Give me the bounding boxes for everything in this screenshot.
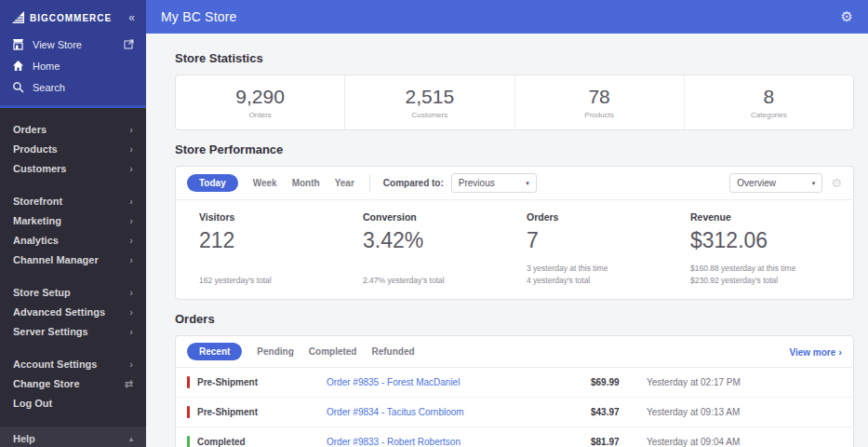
view-select[interactable]: Overview ▾ — [729, 173, 822, 193]
chevron-right-icon: › — [129, 306, 133, 318]
chevron-right-icon: › — [129, 235, 133, 247]
stat-customers: 2,515 Customers — [345, 75, 514, 129]
sidebar-item-label: Orders — [13, 124, 47, 136]
stat-value: 2,515 — [406, 87, 455, 107]
order-row: Pre-Shipment Order #9835 - Forest MacDan… — [176, 368, 853, 398]
tab-today[interactable]: Today — [187, 174, 238, 192]
sidebar-group-marketing: Storefront › Marketing › Analytics › Cha… — [0, 192, 146, 270]
app-window: BIGCOMMERCE « View Store Home — [0, 0, 868, 447]
metric-subtext: 162 yesterday's total — [199, 275, 341, 287]
header-bar: My BC Store ⚙ — [146, 0, 868, 34]
sidebar-item-server-settings[interactable]: Server Settings › — [0, 322, 146, 342]
performance-metrics: Visitors 212 162 yesterday's total Conve… — [176, 200, 853, 299]
home-icon — [12, 60, 24, 72]
sidebar-help-section: Help ▴ Support Pin: 888888 — [0, 427, 146, 447]
stat-label: Categories — [751, 111, 787, 119]
sidebar-item-account-settings[interactable]: Account Settings › — [0, 355, 146, 374]
metric-value: 7 — [527, 229, 669, 251]
metric-value: 212 — [199, 229, 341, 251]
compared-to-value: Previous — [459, 178, 495, 188]
stat-label: Products — [584, 111, 614, 119]
sidebar-item-storefront[interactable]: Storefront › — [0, 192, 146, 211]
bigcommerce-logo-icon — [11, 11, 26, 24]
order-price: $81.97 — [591, 437, 647, 447]
tab-month[interactable]: Month — [292, 178, 320, 188]
collapse-sidebar-icon[interactable]: « — [128, 11, 135, 24]
settings-gear-icon[interactable]: ⚙ — [841, 8, 853, 25]
logo-row: BIGCOMMERCE « — [0, 0, 146, 34]
sidebar: BIGCOMMERCE « View Store Home — [0, 0, 146, 447]
compared-to-label: Compared to: — [383, 178, 444, 188]
sidebar-item-advanced-settings[interactable]: Advanced Settings › — [0, 303, 146, 322]
orders-heading: Orders — [175, 312, 854, 326]
status-color-bar — [187, 376, 190, 388]
view-more-label: View more — [789, 347, 835, 358]
order-status: Pre-Shipment — [187, 406, 327, 418]
order-date: Yesterday at 09:04 AM — [647, 437, 842, 447]
sidebar-item-home[interactable]: Home — [0, 55, 146, 76]
chevron-right-icon: › — [129, 287, 133, 299]
sidebar-item-label: Server Settings — [13, 326, 88, 338]
metric-visitors: Visitors 212 162 yesterday's total — [187, 211, 351, 287]
sidebar-item-label: Search — [33, 82, 65, 93]
logo-text: BIGCOMMERCE — [30, 13, 112, 23]
sidebar-item-products[interactable]: Products › — [0, 140, 146, 159]
sidebar-item-label: Change Store — [13, 378, 80, 390]
sidebar-item-label: Marketing — [13, 215, 61, 227]
sidebar-menu: Orders › Products › Customers › Storefro… — [0, 108, 146, 427]
performance-toolbar: Today Week Month Year Compared to: Previ… — [176, 167, 853, 200]
tab-completed[interactable]: Completed — [309, 346, 357, 357]
sidebar-item-analytics[interactable]: Analytics › — [0, 231, 146, 251]
storefront-icon — [12, 38, 24, 50]
order-status: Completed — [187, 436, 327, 447]
help-label: Help — [13, 433, 35, 444]
stat-label: Orders — [248, 111, 271, 119]
sidebar-item-channel-manager[interactable]: Channel Manager › — [0, 251, 146, 270]
tab-week[interactable]: Week — [253, 178, 277, 188]
chevron-right-icon: › — [129, 196, 133, 208]
sidebar-item-change-store[interactable]: Change Store ⇄ — [0, 374, 146, 394]
store-statistics-card: 9,290 Orders 2,515 Customers 78 Products… — [175, 74, 854, 130]
metric-value: 3.42% — [363, 229, 505, 251]
caret-down-icon: ▾ — [812, 180, 816, 187]
compared-to-select[interactable]: Previous ▾ — [451, 173, 537, 193]
sidebar-item-label: Channel Manager — [13, 254, 99, 266]
view-more-link[interactable]: View more› — [789, 346, 842, 358]
sidebar-item-search[interactable]: Search — [0, 76, 146, 98]
tab-refunded[interactable]: Refunded — [371, 346, 414, 357]
metric-subtext — [199, 263, 341, 275]
store-performance-card: Today Week Month Year Compared to: Previ… — [175, 166, 854, 300]
tab-year[interactable]: Year — [335, 178, 354, 188]
sidebar-item-store-setup[interactable]: Store Setup › — [0, 283, 146, 303]
metric-subtext: 4 yesterday's total — [527, 275, 669, 287]
metric-label: Revenue — [690, 211, 833, 223]
status-label: Pre-Shipment — [197, 407, 258, 417]
sidebar-group-commerce: Orders › Products › Customers › — [0, 120, 146, 179]
external-link-icon — [124, 39, 134, 49]
stat-orders: 9,290 Orders — [176, 75, 345, 129]
help-toggle[interactable]: Help ▴ — [13, 433, 133, 444]
sidebar-item-marketing[interactable]: Marketing › — [0, 211, 146, 231]
order-date: Yesterday at 02:17 PM — [647, 377, 842, 387]
sidebar-item-label: View Store — [33, 39, 82, 50]
tab-pending[interactable]: Pending — [257, 346, 293, 357]
chevron-right-icon: › — [129, 124, 133, 136]
order-link[interactable]: Order #9833 - Robert Robertson — [327, 437, 591, 447]
metric-label: Orders — [527, 211, 669, 223]
tab-recent[interactable]: Recent — [187, 343, 242, 360]
order-link[interactable]: Order #9834 - Tacitus Cornbloom — [327, 407, 591, 417]
sidebar-item-label: Account Settings — [13, 359, 97, 371]
sidebar-item-customers[interactable]: Customers › — [0, 159, 146, 179]
performance-settings-gear-icon[interactable]: ⚙ — [831, 176, 842, 190]
sidebar-item-log-out[interactable]: Log Out — [0, 394, 146, 413]
order-status: Pre-Shipment — [187, 376, 327, 388]
order-link[interactable]: Order #9835 - Forest MacDaniel — [327, 377, 591, 387]
metric-revenue: Revenue $312.06 $160.88 yesterday at thi… — [678, 211, 842, 287]
caret-down-icon: ▾ — [526, 180, 529, 187]
orders-toolbar: Recent Pending Completed Refunded View m… — [176, 336, 853, 368]
sidebar-item-view-store[interactable]: View Store — [0, 34, 146, 55]
sidebar-item-orders[interactable]: Orders › — [0, 120, 146, 140]
store-title: My BC Store — [161, 9, 237, 24]
sidebar-item-label: Home — [33, 61, 60, 72]
chevron-right-icon: › — [129, 215, 133, 227]
